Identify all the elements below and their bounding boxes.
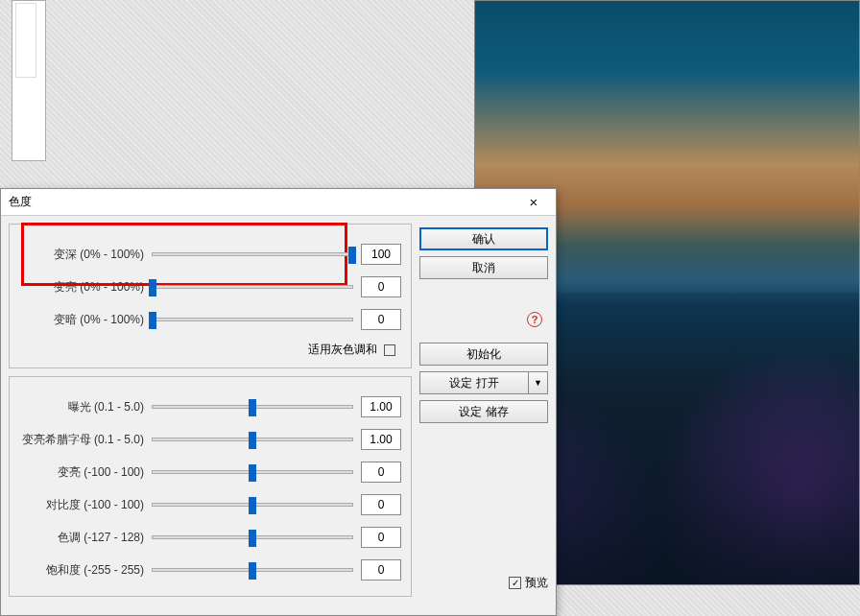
open-preset-button[interactable]: 设定 打开 — [419, 371, 529, 394]
slider-label: 变亮希腊字母 (0.1 - 5.0) — [19, 432, 144, 448]
grayscale-checkbox[interactable] — [384, 344, 395, 356]
grayscale-label: 适用灰色调和 — [308, 343, 377, 356]
slider-row-brightness: 变亮 (-100 - 100) 0 — [19, 456, 401, 488]
slider-track[interactable] — [152, 252, 353, 256]
preview-checkbox-row: ✓ 预览 — [419, 575, 548, 597]
slider-thumb[interactable] — [249, 497, 256, 514]
slider-row-saturation: 饱和度 (-255 - 255) 0 — [19, 554, 401, 586]
slider-row-dimmer: 变暗 (0% - 100%) 0 — [19, 303, 401, 336]
slider-thumb[interactable] — [249, 464, 256, 482]
cancel-button[interactable]: 取消 — [419, 256, 548, 279]
slider-label: 变亮 (-100 - 100) — [19, 464, 144, 481]
slider-thumb[interactable] — [149, 312, 156, 329]
slider-value-input[interactable]: 0 — [361, 462, 401, 483]
slider-thumb[interactable] — [249, 562, 256, 580]
dialog-title: 色度 — [9, 194, 32, 210]
slider-value-input[interactable]: 100 — [361, 244, 401, 265]
slider-label: 变深 (0% - 100%) — [19, 247, 144, 263]
sidebar-thumbnail-panel — [12, 0, 46, 161]
top-sliders-panel: 变深 (0% - 100%) 100 变亮 (0% - 100%) 0 — [9, 224, 412, 368]
slider-label: 饱和度 (-255 - 255) — [19, 562, 144, 579]
slider-value-input[interactable]: 0 — [361, 276, 401, 297]
dialog-button-column: 确认 取消 ? 初始化 设定 打开 ▼ 设定 储存 ✓ 预览 — [419, 224, 548, 597]
slider-label: 变亮 (0% - 100%) — [19, 279, 144, 296]
slider-value-input[interactable]: 1.00 — [361, 396, 401, 417]
slider-label: 变暗 (0% - 100%) — [19, 312, 144, 328]
slider-thumb[interactable] — [249, 530, 256, 547]
thumbnail[interactable] — [15, 3, 36, 78]
slider-track[interactable] — [152, 503, 353, 507]
ok-button[interactable]: 确认 — [419, 227, 548, 250]
slider-thumb[interactable] — [149, 279, 156, 296]
open-preset-dropdown-icon[interactable]: ▼ — [529, 371, 548, 394]
slider-track[interactable] — [152, 318, 353, 321]
close-icon[interactable]: × — [519, 192, 548, 213]
slider-value-input[interactable]: 1.00 — [361, 429, 401, 450]
slider-track[interactable] — [152, 568, 353, 572]
dialog-titlebar[interactable]: 色度 × — [1, 189, 556, 216]
slider-row-hue: 色调 (-127 - 128) 0 — [19, 521, 401, 554]
slider-track[interactable] — [152, 405, 353, 409]
slider-value-input[interactable]: 0 — [361, 494, 401, 515]
workspace-background: 色度 × 变深 (0% - 100%) 100 变亮 (0% - 100%) — [0, 0, 860, 616]
slider-thumb[interactable] — [249, 399, 256, 416]
save-preset-button[interactable]: 设定 储存 — [419, 400, 548, 423]
slider-track[interactable] — [152, 470, 353, 474]
slider-row-lighter: 变亮 (0% - 100%) 0 — [19, 271, 401, 303]
slider-row-darker: 变深 (0% - 100%) 100 — [19, 238, 401, 271]
slider-label: 对比度 (-100 - 100) — [19, 497, 144, 513]
slider-label: 曝光 (0.1 - 5.0) — [19, 399, 144, 415]
slider-value-input[interactable]: 0 — [361, 527, 401, 548]
slider-row-exposure: 曝光 (0.1 - 5.0) 1.00 — [19, 391, 401, 423]
slider-track[interactable] — [152, 535, 353, 539]
slider-row-contrast: 对比度 (-100 - 100) 0 — [19, 488, 401, 521]
grayscale-row: 适用灰色调和 — [19, 336, 401, 358]
slider-thumb[interactable] — [348, 247, 356, 264]
slider-track[interactable] — [152, 438, 353, 441]
preview-label: 预览 — [525, 575, 548, 591]
slider-track[interactable] — [152, 285, 353, 289]
slider-value-input[interactable]: 0 — [361, 309, 401, 330]
slider-value-input[interactable]: 0 — [361, 559, 401, 580]
reset-button[interactable]: 初始化 — [419, 343, 548, 366]
slider-row-gamma: 变亮希腊字母 (0.1 - 5.0) 1.00 — [19, 423, 401, 456]
bottom-sliders-panel: 曝光 (0.1 - 5.0) 1.00 变亮希腊字母 (0.1 - 5.0) 1… — [9, 376, 412, 597]
help-icon[interactable]: ? — [527, 312, 542, 327]
preview-checkbox[interactable]: ✓ — [509, 577, 521, 589]
slider-thumb[interactable] — [249, 432, 256, 449]
slider-label: 色调 (-127 - 128) — [19, 530, 144, 546]
tone-dialog: 色度 × 变深 (0% - 100%) 100 变亮 (0% - 100%) — [0, 188, 557, 616]
